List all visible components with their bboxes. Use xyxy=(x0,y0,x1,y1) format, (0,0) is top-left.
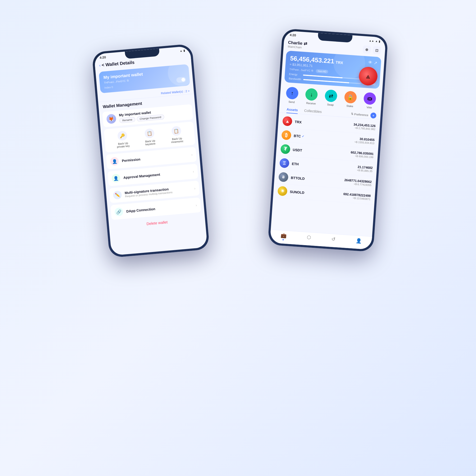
usdt-symbol: USDT xyxy=(293,148,302,152)
mnemonic-icon: 📋 xyxy=(171,126,181,136)
dapp-icon: 🔗 xyxy=(114,207,123,217)
add-asset-button[interactable]: + xyxy=(370,112,376,118)
wallet-avatar: 🦊 xyxy=(106,114,116,124)
balance-currency: TRX xyxy=(336,60,343,65)
receive-label: Receive xyxy=(306,102,316,105)
copy-icon[interactable]: ⧉ xyxy=(127,79,129,82)
signal-icon: ▲▲ xyxy=(369,39,374,42)
vote-label: Vote xyxy=(367,106,372,109)
phones-container: 4:20 MainChain ▲ ▮ ‹ < Wallet Details xyxy=(93,26,383,450)
rename-button[interactable]: Rename xyxy=(119,117,135,123)
approval-label: Approval Management xyxy=(123,170,190,180)
energy-label: Energy xyxy=(289,72,301,76)
balance-address: THPwer...5wtFYC xyxy=(289,68,310,72)
eth-icon: Ξ xyxy=(279,158,289,168)
send-label: Send xyxy=(288,100,295,104)
receive-icon-btn[interactable]: ⊕ xyxy=(363,45,371,54)
main-screen: 4:20 ▲▲ ▲ ▮ Charlie ⇄ MainChain xyxy=(270,31,386,250)
nav-history[interactable]: ↺ xyxy=(331,236,336,244)
send-icon: ↑ xyxy=(286,87,299,100)
receive-icon: ↓ xyxy=(305,88,318,101)
scan-icon-btn[interactable]: ⊡ xyxy=(373,46,381,54)
btc-symbol: BTC ✓ xyxy=(294,134,304,138)
receive-action[interactable]: ↓ Receive xyxy=(305,88,318,105)
vote-action[interactable]: 🎟 Vote xyxy=(363,92,376,109)
balance-card: 👁 ↗ 56,456,453.221 TRX ≈ $3,951,951.71 T… xyxy=(284,51,381,89)
page-title: < Wallet Details xyxy=(102,60,135,68)
wallet-address: THPvaU...Fhn5YC xyxy=(104,79,126,84)
change-password-button[interactable]: Change Password xyxy=(136,114,164,122)
expand-icon[interactable]: ↗ xyxy=(374,60,377,66)
sunold-symbol: SUNOLD xyxy=(290,190,305,195)
approval-icon: 👤 xyxy=(111,174,121,183)
backup-mnemonic[interactable]: 📋 Back Up mnemonic xyxy=(170,126,184,144)
swap-label: Swap xyxy=(327,103,334,106)
nav-assets[interactable]: 💼 xyxy=(280,232,287,240)
trx-icon: ⟁ xyxy=(282,116,292,126)
chevron-right-icon-3: › xyxy=(194,186,196,190)
nav-assets-icon: 💼 xyxy=(280,232,286,239)
usdt-icon: ₮ xyxy=(280,144,290,154)
eth-symbol: ETH xyxy=(292,162,299,166)
chevron-right-icon: › xyxy=(191,152,193,157)
wallet-details-screen: 4:20 MainChain ▲ ▮ ‹ < Wallet Details xyxy=(94,46,207,256)
send-action[interactable]: ↑ Send xyxy=(285,87,299,104)
vote-icon: 🎟 xyxy=(363,92,376,105)
backup-private-key[interactable]: 🔑 Back Up private key xyxy=(116,130,130,148)
permission-label: Permission xyxy=(122,153,188,163)
bandwidth-label: Bandwidth xyxy=(289,77,301,81)
wifi-icon: ▲ xyxy=(180,49,182,52)
swap-icon: ⇄ xyxy=(324,89,337,102)
keystore-icon: 📋 xyxy=(144,128,155,139)
chevron-right-icon-2: › xyxy=(193,169,194,173)
nav-collectibles-icon: ⬡ xyxy=(306,234,311,240)
backup-keystore[interactable]: 📋 Back Up keystore xyxy=(144,128,155,146)
eye-icon[interactable]: 👁 xyxy=(368,60,372,65)
status-time-right: 4:20 xyxy=(290,33,296,37)
stake-label: Stake xyxy=(346,104,353,108)
sunold-icon: ☀ xyxy=(277,186,287,196)
tab-assets[interactable]: Assets xyxy=(283,106,301,114)
nav-profile[interactable]: 👤 xyxy=(355,238,362,246)
battery-icon-right: ▮ xyxy=(379,40,381,43)
battery-icon: ▮ xyxy=(183,49,185,52)
trx-symbol: TRX xyxy=(295,120,302,124)
chevron-right-icon-4: › xyxy=(195,203,197,207)
dapp-label: DApp Connection xyxy=(126,204,193,213)
swap-action[interactable]: ⇄ Swap xyxy=(324,89,337,107)
preference-button[interactable]: ⇅ Preference xyxy=(351,112,369,117)
nav-collectibles[interactable]: ⬡ xyxy=(306,234,311,242)
phone-right: 4:20 ▲▲ ▲ ▮ Charlie ⇄ MainChain xyxy=(268,28,388,252)
nav-profile-icon: 👤 xyxy=(355,238,361,244)
btc-icon: ₿ xyxy=(281,130,291,140)
back-button[interactable]: ‹ < Wallet Details xyxy=(99,60,135,68)
permission-icon: 👤 xyxy=(110,157,119,166)
key-icon: 🔑 xyxy=(117,131,127,141)
copy-icon-balance[interactable]: ⧉ xyxy=(311,69,313,72)
bttold-symbol: BTTOLD xyxy=(291,176,305,181)
sort-icon: ⇅ xyxy=(351,112,354,116)
nav-history-icon: ↺ xyxy=(331,236,335,242)
assets-list: ⟁ TRX 34,234,453.126 ≈$ 2,760,842.982 ₿ … xyxy=(271,113,380,237)
stake-icon: 🔒 xyxy=(344,91,357,104)
multisig-icon: ✏️ xyxy=(113,190,122,200)
bttold-icon: Ƀ xyxy=(278,172,289,182)
wallet-toggle[interactable] xyxy=(176,77,186,83)
wifi-icon-right: ▲ xyxy=(375,39,378,43)
phone-left: 4:20 MainChain ▲ ▮ ‹ < Wallet Details xyxy=(92,44,210,258)
non-hd-badge: Non-HD xyxy=(316,69,328,74)
back-icon: ‹ xyxy=(99,63,101,68)
stake-action[interactable]: 🔒 Stake xyxy=(344,91,357,108)
status-time-left: 4:20 xyxy=(99,55,106,59)
